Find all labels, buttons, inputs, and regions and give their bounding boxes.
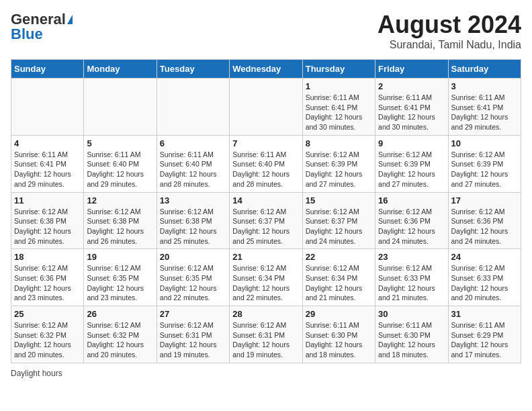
main-title: August 2024 (378, 11, 521, 39)
day-number: 25 (14, 309, 81, 319)
calendar-cell: 12Sunrise: 6:12 AM Sunset: 6:38 PM Dayli… (84, 192, 157, 249)
calendar-cell: 6Sunrise: 6:11 AM Sunset: 6:40 PM Daylig… (157, 135, 229, 192)
calendar-cell: 20Sunrise: 6:12 AM Sunset: 6:35 PM Dayli… (157, 249, 229, 306)
calendar-cell: 16Sunrise: 6:12 AM Sunset: 6:36 PM Dayli… (375, 192, 448, 249)
calendar-cell: 7Sunrise: 6:11 AM Sunset: 6:40 PM Daylig… (230, 135, 302, 192)
day-info: Sunrise: 6:12 AM Sunset: 6:37 PM Dayligh… (232, 207, 299, 246)
calendar-cell: 3Sunrise: 6:11 AM Sunset: 6:41 PM Daylig… (448, 79, 521, 136)
calendar-cell (84, 79, 157, 136)
calendar-cell: 29Sunrise: 6:11 AM Sunset: 6:30 PM Dayli… (302, 306, 375, 363)
logo-triangle-icon (67, 15, 73, 24)
day-number: 28 (232, 309, 299, 319)
calendar-cell: 31Sunrise: 6:11 AM Sunset: 6:29 PM Dayli… (448, 306, 521, 363)
calendar-cell: 2Sunrise: 6:11 AM Sunset: 6:41 PM Daylig… (375, 79, 448, 136)
day-number: 16 (378, 195, 445, 205)
calendar-cell: 30Sunrise: 6:11 AM Sunset: 6:30 PM Dayli… (375, 306, 448, 363)
calendar-cell: 10Sunrise: 6:12 AM Sunset: 6:39 PM Dayli… (448, 135, 521, 192)
day-info: Sunrise: 6:11 AM Sunset: 6:41 PM Dayligh… (306, 93, 372, 132)
calendar-cell: 18Sunrise: 6:12 AM Sunset: 6:36 PM Dayli… (11, 249, 84, 306)
calendar-cell (157, 79, 229, 136)
day-info: Sunrise: 6:12 AM Sunset: 6:32 PM Dayligh… (87, 320, 153, 360)
day-number: 11 (14, 195, 81, 205)
day-number: 27 (160, 309, 226, 319)
calendar-cell: 19Sunrise: 6:12 AM Sunset: 6:35 PM Dayli… (84, 249, 157, 306)
day-number: 19 (87, 252, 153, 262)
day-number: 9 (378, 138, 445, 148)
calendar-cell: 5Sunrise: 6:11 AM Sunset: 6:40 PM Daylig… (84, 135, 157, 192)
calendar-week-row: 1Sunrise: 6:11 AM Sunset: 6:41 PM Daylig… (11, 79, 521, 136)
day-info: Sunrise: 6:11 AM Sunset: 6:30 PM Dayligh… (378, 320, 445, 360)
day-info: Sunrise: 6:12 AM Sunset: 6:37 PM Dayligh… (306, 207, 372, 246)
day-info: Sunrise: 6:11 AM Sunset: 6:40 PM Dayligh… (87, 150, 153, 189)
day-info: Sunrise: 6:12 AM Sunset: 6:32 PM Dayligh… (14, 320, 81, 360)
day-number: 5 (87, 138, 153, 148)
day-number: 23 (378, 252, 445, 262)
day-info: Sunrise: 6:11 AM Sunset: 6:30 PM Dayligh… (306, 320, 372, 360)
calendar-cell: 13Sunrise: 6:12 AM Sunset: 6:38 PM Dayli… (157, 192, 229, 249)
day-number: 3 (451, 81, 518, 91)
subtitle: Surandai, Tamil Nadu, India (378, 39, 521, 51)
day-number: 10 (451, 138, 518, 148)
day-info: Sunrise: 6:12 AM Sunset: 6:39 PM Dayligh… (306, 150, 372, 189)
calendar-cell: 11Sunrise: 6:12 AM Sunset: 6:38 PM Dayli… (11, 192, 84, 249)
calendar-week-row: 4Sunrise: 6:11 AM Sunset: 6:41 PM Daylig… (11, 135, 521, 192)
header: General Blue August 2024 Surandai, Tamil… (11, 11, 521, 51)
calendar-cell: 27Sunrise: 6:12 AM Sunset: 6:31 PM Dayli… (157, 306, 229, 363)
day-number: 22 (306, 252, 372, 262)
calendar-cell: 25Sunrise: 6:12 AM Sunset: 6:32 PM Dayli… (11, 306, 84, 363)
day-number: 7 (232, 138, 299, 148)
calendar-cell: 1Sunrise: 6:11 AM Sunset: 6:41 PM Daylig… (302, 79, 375, 136)
day-info: Sunrise: 6:12 AM Sunset: 6:38 PM Dayligh… (87, 207, 153, 246)
day-info: Sunrise: 6:11 AM Sunset: 6:41 PM Dayligh… (451, 93, 518, 132)
day-info: Sunrise: 6:12 AM Sunset: 6:34 PM Dayligh… (232, 263, 299, 303)
day-info: Sunrise: 6:12 AM Sunset: 6:31 PM Dayligh… (232, 320, 299, 360)
day-number: 14 (232, 195, 299, 205)
day-info: Sunrise: 6:12 AM Sunset: 6:38 PM Dayligh… (14, 207, 81, 246)
day-info: Sunrise: 6:11 AM Sunset: 6:41 PM Dayligh… (378, 93, 445, 132)
calendar-week-row: 18Sunrise: 6:12 AM Sunset: 6:36 PM Dayli… (11, 249, 521, 306)
calendar-cell: 15Sunrise: 6:12 AM Sunset: 6:37 PM Dayli… (302, 192, 375, 249)
calendar-body: 1Sunrise: 6:11 AM Sunset: 6:41 PM Daylig… (11, 79, 521, 363)
day-info: Sunrise: 6:12 AM Sunset: 6:34 PM Dayligh… (306, 263, 372, 303)
footer: Daylight hours (11, 369, 521, 378)
calendar-cell: 24Sunrise: 6:12 AM Sunset: 6:33 PM Dayli… (448, 249, 521, 306)
day-info: Sunrise: 6:12 AM Sunset: 6:39 PM Dayligh… (378, 150, 445, 189)
dow-header: Tuesday (157, 60, 229, 79)
title-block: August 2024 Surandai, Tamil Nadu, India (378, 11, 521, 51)
calendar-cell: 23Sunrise: 6:12 AM Sunset: 6:33 PM Dayli… (375, 249, 448, 306)
calendar-cell: 22Sunrise: 6:12 AM Sunset: 6:34 PM Dayli… (302, 249, 375, 306)
logo-blue: Blue (11, 26, 43, 43)
day-number: 6 (160, 138, 226, 148)
day-number: 31 (451, 309, 518, 319)
day-info: Sunrise: 6:12 AM Sunset: 6:36 PM Dayligh… (451, 207, 518, 246)
day-info: Sunrise: 6:12 AM Sunset: 6:36 PM Dayligh… (14, 263, 81, 303)
calendar-table: SundayMondayTuesdayWednesdayThursdayFrid… (11, 59, 521, 363)
dow-header: Wednesday (230, 60, 302, 79)
day-info: Sunrise: 6:12 AM Sunset: 6:35 PM Dayligh… (160, 263, 226, 303)
calendar-cell: 4Sunrise: 6:11 AM Sunset: 6:41 PM Daylig… (11, 135, 84, 192)
day-number: 12 (87, 195, 153, 205)
logo: General Blue (11, 11, 73, 43)
day-number: 29 (306, 309, 372, 319)
calendar-cell: 9Sunrise: 6:12 AM Sunset: 6:39 PM Daylig… (375, 135, 448, 192)
calendar-cell: 28Sunrise: 6:12 AM Sunset: 6:31 PM Dayli… (230, 306, 302, 363)
calendar-week-row: 11Sunrise: 6:12 AM Sunset: 6:38 PM Dayli… (11, 192, 521, 249)
day-info: Sunrise: 6:12 AM Sunset: 6:36 PM Dayligh… (378, 207, 445, 246)
calendar-cell (11, 79, 84, 136)
day-number: 2 (378, 81, 445, 91)
day-number: 30 (378, 309, 445, 319)
day-info: Sunrise: 6:11 AM Sunset: 6:41 PM Dayligh… (14, 150, 81, 189)
day-number: 15 (306, 195, 372, 205)
footer-text: Daylight hours (11, 369, 62, 378)
day-number: 8 (306, 138, 372, 148)
day-number: 17 (451, 195, 518, 205)
dow-header: Friday (375, 60, 448, 79)
dow-header: Saturday (448, 60, 521, 79)
calendar-week-row: 25Sunrise: 6:12 AM Sunset: 6:32 PM Dayli… (11, 306, 521, 363)
day-number: 21 (232, 252, 299, 262)
dow-header: Thursday (302, 60, 375, 79)
day-number: 24 (451, 252, 518, 262)
day-number: 1 (306, 81, 372, 91)
day-info: Sunrise: 6:12 AM Sunset: 6:31 PM Dayligh… (160, 320, 226, 360)
calendar-cell: 8Sunrise: 6:12 AM Sunset: 6:39 PM Daylig… (302, 135, 375, 192)
